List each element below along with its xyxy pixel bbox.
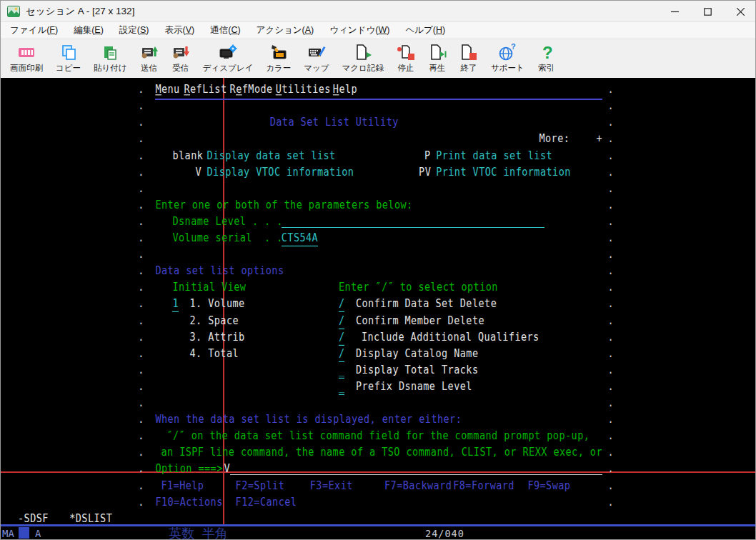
terminal-text: an ISPF line command, the name of a TSO … <box>161 444 602 460</box>
panel-border-dot-right: . <box>608 279 615 295</box>
toolbar-color-button[interactable]: カラー <box>259 40 297 77</box>
field-confirm-member-delete[interactable]: / <box>339 312 345 329</box>
terminal-text: F3=Exit <box>310 477 353 494</box>
panel-border-dot-left: . <box>138 394 144 411</box>
menu-edit[interactable]: 編集(E) <box>66 22 111 39</box>
menu-help[interactable]: ヘルプ(H) <box>397 22 453 39</box>
print-icon <box>17 44 36 62</box>
field-display-total-tracks[interactable]: _ <box>339 361 345 379</box>
terminal-row-27: -SDSF*DSLIST <box>1 510 756 524</box>
panel-border-dot-left: . <box>138 378 144 394</box>
panel-border-dot-right: . <box>608 164 615 180</box>
toolbar-paste-button[interactable]: 貼り付け <box>87 40 134 77</box>
field-confirm-data-set-delete[interactable]: / <box>339 295 345 312</box>
panel-border-dot-left: . <box>138 147 144 164</box>
menu-window[interactable]: ウィンドウ(W) <box>322 22 397 39</box>
toolbar-exit-button[interactable]: 終了 <box>453 40 484 77</box>
terminal-text: PV <box>419 164 431 180</box>
panel-border-dot-right: . <box>608 246 615 262</box>
terminal-screen[interactable]: ..MenuRefListRefModeUtilitiesHelp..Data … <box>1 78 756 524</box>
field-display-catalog-name[interactable]: / <box>339 345 345 362</box>
menu-communication[interactable]: 通信(C) <box>202 22 248 39</box>
terminal-row-7: .. <box>1 180 756 200</box>
terminal-text: F12=Cancel <box>236 494 297 510</box>
more-indicator: More: <box>539 130 570 146</box>
terminal-text: Confirm Data Set Delete <box>356 295 497 311</box>
toolbar-map-button[interactable]: マップ <box>297 40 335 77</box>
option-command-field[interactable] <box>230 474 602 475</box>
toolbar-label: マクロ記録 <box>342 63 384 74</box>
maximize-button[interactable] <box>691 1 724 22</box>
oia-ime-status: 英数 半角 <box>169 525 228 540</box>
toolbar-label: 画面印刷 <box>10 63 43 74</box>
paste-icon <box>101 44 119 62</box>
field-include-additional-qualifiers[interactable]: / <box>339 329 345 346</box>
menu-file[interactable]: ファイル(F) <box>2 22 66 39</box>
actionbar-utilities[interactable]: Utilities <box>276 81 331 97</box>
panel-border-dot-right: . <box>608 97 615 114</box>
toolbar-support-button[interactable]: ?サポート <box>484 40 531 77</box>
toolbar-label: 送信 <box>141 63 157 74</box>
toolbar-stop-button[interactable]: 停止 <box>390 40 422 77</box>
dsname-level-field[interactable] <box>282 227 545 228</box>
actionbar-refmode[interactable]: RefMode <box>230 81 273 97</box>
terminal-text: F1=Help <box>161 477 204 494</box>
toolbar-label: サポート <box>491 63 524 74</box>
actionbar-reflist[interactable]: RefList <box>184 81 227 97</box>
terminal-row-2: .. <box>1 97 756 117</box>
toolbar-macro-record-button[interactable]: マクロ記録 <box>336 40 390 77</box>
panel-border-dot-left: . <box>138 477 144 494</box>
panel-border-dot-right: . <box>608 130 615 146</box>
actionbar-menu[interactable]: Menu <box>155 81 179 97</box>
panel-border-dot-right: . <box>608 229 615 246</box>
panel-border-dot-left: . <box>138 180 144 196</box>
terminal-text: Initial View <box>172 279 246 295</box>
support-icon: ? <box>498 44 517 62</box>
panel-border-dot-right: . <box>608 494 615 510</box>
panel-border-dot-right: . <box>608 295 615 311</box>
panel-border-dot-right: . <box>608 378 615 394</box>
toolbar-index-button[interactable]: ?索引 <box>531 40 562 77</box>
play-icon <box>428 44 447 62</box>
volume-serial-field[interactable]: CTS54A <box>282 229 318 246</box>
toolbar-copy-button[interactable]: コピー <box>49 40 87 77</box>
toolbar-print-screen-button[interactable]: 画面印刷 <box>4 40 49 77</box>
terminal-text: Dsname Level . . . <box>172 213 282 229</box>
panel-border-dot-left: . <box>138 164 144 180</box>
panel-border-dot-left: . <box>138 345 144 361</box>
panel-border-dot-left: . <box>138 460 144 476</box>
toolbar-play-button[interactable]: 再生 <box>422 40 453 77</box>
toolbar-receive-button[interactable]: 受信 <box>165 40 197 77</box>
toolbar-display-button[interactable]: ディスプレイ <box>197 40 260 77</box>
close-button[interactable] <box>724 1 756 22</box>
task-sdsf[interactable]: -SDSF <box>18 510 49 524</box>
terminal-text: blank <box>172 147 203 164</box>
task-dslist[interactable]: *DSLIST <box>69 510 112 524</box>
menu-settings[interactable]: 設定(S) <box>111 22 157 39</box>
toolbar-label: カラー <box>266 63 291 74</box>
terminal-text: Enter ″/″ to select option <box>339 279 498 295</box>
exit-icon <box>459 44 478 62</box>
panel-border-dot-right: . <box>608 345 615 361</box>
menu-actions[interactable]: アクション(A) <box>249 22 322 39</box>
initial-view-field[interactable]: 1 <box>172 295 179 312</box>
terminal-text: Display Total Tracks <box>356 361 479 378</box>
panel-border-dot-right: . <box>608 312 615 329</box>
panel-border-dot-left: . <box>138 444 144 460</box>
actionbar-help[interactable]: Help <box>333 81 357 97</box>
toolbar-label: 停止 <box>397 63 414 74</box>
menu-view[interactable]: 表示(V) <box>157 22 203 39</box>
terminal-row-20: .. <box>1 394 756 414</box>
panel-border-dot-left: . <box>138 329 144 345</box>
panel-border-dot-right: . <box>608 427 615 444</box>
app-icon <box>7 6 20 17</box>
window-title: セッション A - [27 x 132] <box>26 5 134 18</box>
panel-border-dot-left: . <box>138 81 144 97</box>
toolbar-send-button[interactable]: 送信 <box>134 40 165 77</box>
field-prefix-dsname-level[interactable]: _ <box>339 378 345 395</box>
panel-border-dot-left: . <box>138 246 144 262</box>
minimize-button[interactable] <box>658 1 691 22</box>
menu-bar: ファイル(F)編集(E)設定(S)表示(V)通信(C)アクション(A)ウィンドウ… <box>1 22 756 39</box>
toolbar-label: 受信 <box>172 63 189 74</box>
terminal-text: 4. Total <box>189 345 239 361</box>
